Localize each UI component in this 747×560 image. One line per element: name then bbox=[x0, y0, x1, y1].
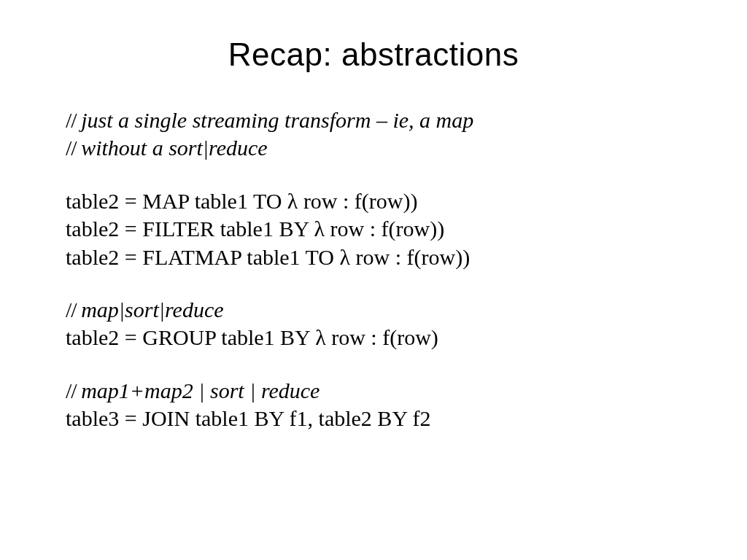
code-line: table3 = JOIN table1 BY f1, table2 BY f2 bbox=[66, 405, 681, 432]
comment-line: // map|sort|reduce bbox=[66, 296, 681, 324]
code-block-2: // map|sort|reduce table2 = GROUP table1… bbox=[66, 296, 681, 352]
comment-slashes: // bbox=[66, 108, 81, 132]
comment-line: // without a sort|reduce bbox=[66, 134, 681, 162]
code-line: table2 = MAP table1 TO λ row : f(row)) bbox=[66, 187, 681, 215]
comment-block-1: // just a single streaming transform – i… bbox=[66, 106, 681, 163]
comment-slashes: // bbox=[66, 136, 81, 160]
comment-line: // map1+map2 | sort | reduce bbox=[66, 377, 681, 405]
comment-text: map1+map2 | sort | reduce bbox=[81, 378, 320, 402]
code-block-1: table2 = MAP table1 TO λ row : f(row)) t… bbox=[66, 187, 681, 271]
comment-text: without a sort|reduce bbox=[81, 136, 267, 160]
code-line: table2 = FILTER table1 BY λ row : f(row)… bbox=[66, 215, 681, 243]
comment-slashes: // bbox=[66, 378, 81, 402]
code-line: table2 = FLATMAP table1 TO λ row : f(row… bbox=[66, 244, 681, 271]
comment-line: // just a single streaming transform – i… bbox=[66, 106, 681, 134]
slide: Recap: abstractions // just a single str… bbox=[0, 0, 747, 560]
comment-text: just a single streaming transform – ie, … bbox=[81, 108, 473, 132]
slide-title: Recap: abstractions bbox=[66, 36, 681, 73]
comment-text: map|sort|reduce bbox=[81, 298, 223, 322]
code-block-3: // map1+map2 | sort | reduce table3 = JO… bbox=[66, 377, 681, 433]
slide-body: // just a single streaming transform – i… bbox=[66, 106, 681, 433]
comment-slashes: // bbox=[66, 298, 81, 322]
code-line: table2 = GROUP table1 BY λ row : f(row) bbox=[66, 324, 681, 351]
